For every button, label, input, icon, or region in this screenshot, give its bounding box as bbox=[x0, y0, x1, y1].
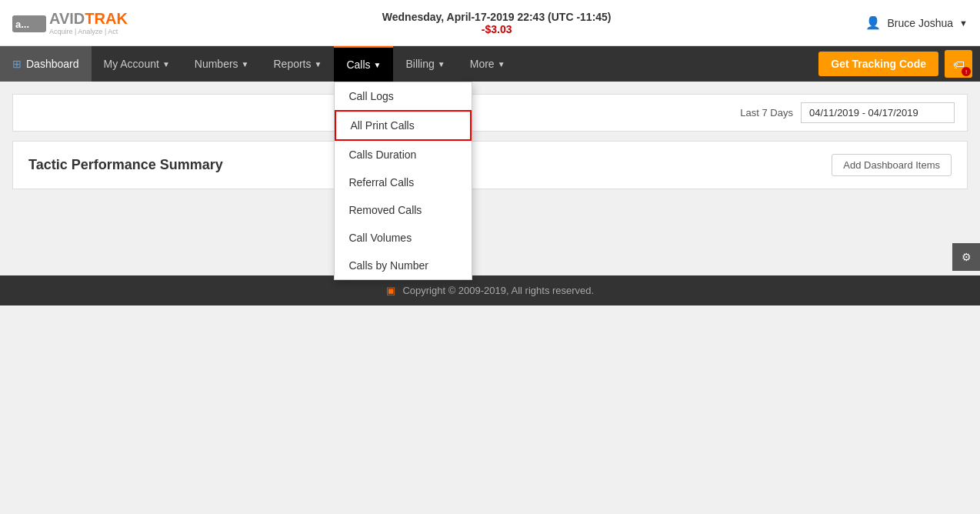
nav-label-billing: Billing bbox=[405, 58, 434, 70]
nav-label-numbers: Numbers bbox=[195, 58, 238, 70]
svg-text:a...: a... bbox=[15, 18, 29, 30]
nav-label-calls: Calls bbox=[346, 58, 370, 71]
add-dashboard-button[interactable]: Add Dashboard Items bbox=[832, 154, 952, 176]
date-filter-bar: Last 7 Days bbox=[12, 94, 968, 132]
nav-item-numbers[interactable]: Numbers ▼ bbox=[182, 46, 262, 82]
logo-text-wrap: AVID TRAK Acquire | Analyze | Act bbox=[49, 10, 128, 35]
content-area: Last 7 Days Tactic Performance Summary A… bbox=[0, 82, 980, 214]
dropdown-item-call-logs[interactable]: Call Logs bbox=[335, 82, 472, 110]
logo-tagline: Acquire | Analyze | Act bbox=[49, 28, 118, 35]
get-tracking-code-button[interactable]: Get Tracking Code bbox=[818, 52, 938, 76]
dropdown-item-calls-by-number[interactable]: Calls by Number bbox=[335, 252, 472, 279]
dashboard-icon: ⊞ bbox=[12, 58, 22, 70]
nav-bar: ⊞ Dashboard My Account ▼ Numbers ▼ Repor… bbox=[0, 46, 980, 82]
logo-avid: AVID bbox=[49, 10, 85, 28]
user-caret-icon: ▼ bbox=[959, 18, 968, 28]
notification-badge: ! bbox=[962, 67, 971, 76]
dropdown-item-referral-calls[interactable]: Referral Calls bbox=[335, 169, 472, 196]
nav-caret-my-account: ▼ bbox=[162, 60, 170, 68]
nav-caret-billing: ▼ bbox=[438, 60, 445, 68]
nav-item-calls[interactable]: Calls ▼ bbox=[334, 46, 393, 82]
logo-area: a... AVID TRAK Acquire | Analyze | Act bbox=[12, 10, 128, 35]
date-filter-label: Last 7 Days bbox=[740, 107, 793, 118]
dropdown-item-calls-duration[interactable]: Calls Duration bbox=[335, 141, 472, 169]
top-bar: a... AVID TRAK Acquire | Analyze | Act W… bbox=[0, 0, 980, 46]
nav-label-more: More bbox=[470, 58, 495, 70]
user-area[interactable]: 👤 Bruce Joshua ▼ bbox=[865, 15, 968, 30]
settings-icon: ⚙ bbox=[962, 251, 972, 263]
user-name: Bruce Joshua bbox=[887, 17, 953, 29]
logo-icon: a... bbox=[12, 11, 46, 35]
nav-dashboard[interactable]: ⊞ Dashboard bbox=[0, 46, 92, 82]
footer-icon: ▣ bbox=[386, 285, 395, 296]
logo-trak: TRAK bbox=[85, 10, 128, 28]
main-panel: Tactic Performance Summary Add Dashboard… bbox=[12, 141, 968, 189]
dropdown-item-call-volumes[interactable]: Call Volumes bbox=[335, 224, 472, 252]
date-time: Wednesday, April-17-2019 22:43 (UTC -11:… bbox=[382, 11, 612, 23]
settings-cog-button[interactable]: ⚙ bbox=[952, 243, 980, 271]
dropdown-item-removed-calls[interactable]: Removed Calls bbox=[335, 196, 472, 224]
top-center: Wednesday, April-17-2019 22:43 (UTC -11:… bbox=[382, 11, 612, 35]
calls-dropdown: Call Logs All Print Calls Calls Duration… bbox=[334, 82, 472, 280]
nav-item-more[interactable]: More ▼ bbox=[458, 46, 518, 82]
footer: ▣ Copyright © 2009-2019, All rights rese… bbox=[0, 275, 980, 305]
nav-label-my-account: My Account bbox=[104, 58, 159, 70]
nav-item-reports[interactable]: Reports ▼ bbox=[261, 46, 334, 82]
nav-caret-numbers: ▼ bbox=[242, 60, 249, 68]
footer-text: Copyright © 2009-2019, All rights reserv… bbox=[402, 285, 594, 296]
dashboard-label: Dashboard bbox=[26, 58, 79, 70]
user-icon: 👤 bbox=[865, 15, 881, 30]
nav-caret-more: ▼ bbox=[498, 60, 505, 68]
nav-caret-reports: ▼ bbox=[315, 60, 322, 68]
nav-item-billing[interactable]: Billing ▼ bbox=[393, 46, 457, 82]
dropdown-item-all-print-calls[interactable]: All Print Calls bbox=[335, 110, 472, 141]
nav-right: Get Tracking Code 🏷 ! bbox=[818, 50, 980, 78]
account-balance: -$3.03 bbox=[382, 23, 612, 35]
date-range-input[interactable] bbox=[801, 102, 955, 123]
nav-label-reports: Reports bbox=[273, 58, 311, 70]
panel-title: Tactic Performance Summary bbox=[28, 157, 223, 173]
nav-item-my-account[interactable]: My Account ▼ bbox=[92, 46, 182, 82]
nav-item-calls-wrapper: Calls ▼ Call Logs All Print Calls Calls … bbox=[334, 46, 393, 82]
nav-caret-calls: ▼ bbox=[374, 61, 382, 69]
icon-button-orange[interactable]: 🏷 ! bbox=[945, 50, 972, 78]
